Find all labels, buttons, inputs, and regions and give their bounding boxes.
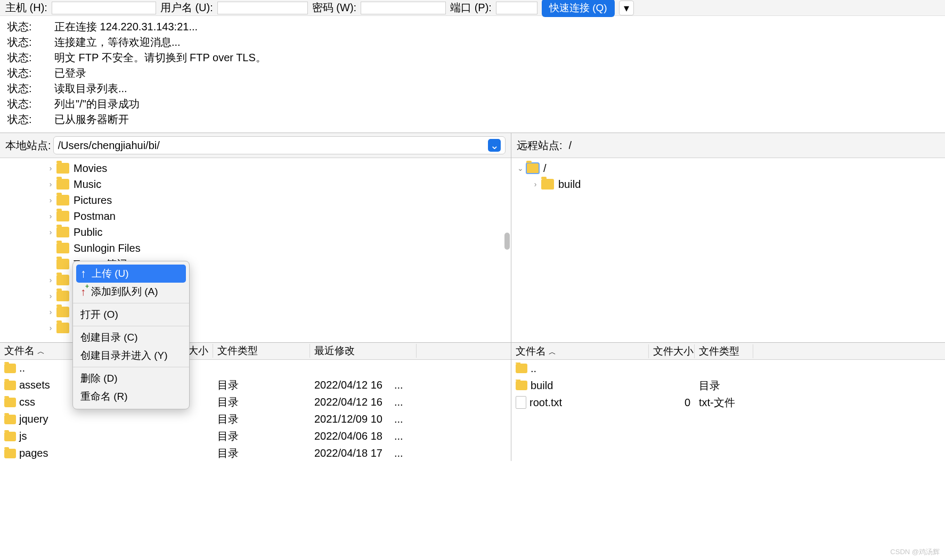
folder-icon xyxy=(56,211,69,221)
remote-pane: 远程站点: ⌄/›build xyxy=(511,133,945,342)
expander-icon[interactable]: › xyxy=(47,164,54,172)
file-name: root.txt xyxy=(529,397,562,409)
file-modified: 2021/12/09 10 xyxy=(310,413,390,425)
menu-label: 添加到队列 (A) xyxy=(91,285,158,299)
file-more: ... xyxy=(390,413,406,425)
scrollbar-thumb[interactable] xyxy=(504,233,510,250)
menu-upload[interactable]: ↑ 上传 (U) xyxy=(76,265,186,283)
list-item[interactable]: pages目录2022/04/18 17... xyxy=(0,445,511,461)
folder-icon xyxy=(4,381,16,390)
expander-icon[interactable]: › xyxy=(47,308,54,316)
menu-label: 创建目录 (C) xyxy=(80,331,138,344)
folder-icon xyxy=(56,275,69,285)
expander-icon[interactable]: › xyxy=(532,180,539,188)
menu-add-queue[interactable]: ↑ 添加到队列 (A) xyxy=(73,283,189,301)
quick-connect-button[interactable]: 快速连接 (Q) xyxy=(542,0,615,17)
folder-icon xyxy=(56,227,69,237)
chevron-down-icon[interactable]: ⌄ xyxy=(488,139,501,152)
folder-icon xyxy=(4,398,16,407)
expander-icon[interactable]: › xyxy=(47,276,54,284)
tree-item[interactable]: ⌄/ xyxy=(511,160,945,176)
tree-item[interactable]: Sunlogin Files xyxy=(0,240,511,256)
watermark: CSDN @鸡汤辉 xyxy=(890,547,940,557)
tree-item[interactable]: ›Music xyxy=(0,176,511,192)
remote-tree[interactable]: ⌄/›build xyxy=(511,158,945,342)
folder-icon xyxy=(56,179,69,190)
expander-icon[interactable]: › xyxy=(47,180,54,188)
user-input[interactable] xyxy=(217,2,308,14)
folder-icon xyxy=(541,179,554,190)
file-modified: 2022/04/06 18 xyxy=(310,430,390,442)
folder-icon xyxy=(516,381,527,390)
remote-file-list: 文件名 ︿ 文件大小 文件类型 ..build目录root.txt0txt-文件 xyxy=(511,343,945,461)
menu-label: 删除 (D) xyxy=(80,372,118,385)
file-type: 目录 xyxy=(213,412,310,426)
log-label: 状态: xyxy=(7,96,54,112)
col-modified[interactable]: 最近修改 xyxy=(310,344,417,358)
file-name: build xyxy=(531,380,553,392)
local-path-combo[interactable]: ⌄ xyxy=(53,136,506,154)
remote-list-header[interactable]: 文件名 ︿ 文件大小 文件类型 xyxy=(511,343,945,360)
log-label: 状态: xyxy=(7,35,54,50)
local-path-bar: 本地站点: ⌄ xyxy=(0,133,511,158)
menu-label: 打开 (O) xyxy=(80,308,118,322)
remote-path-input[interactable] xyxy=(569,139,935,152)
list-item[interactable]: build目录 xyxy=(511,377,945,394)
list-item[interactable]: js目录2022/04/06 18... xyxy=(0,428,511,445)
file-type: 目录 xyxy=(213,378,310,392)
expander-icon[interactable]: › xyxy=(47,324,54,332)
menu-open[interactable]: 打开 (O) xyxy=(73,306,189,324)
col-filename[interactable]: 文件名 ︿ xyxy=(511,344,649,358)
folder-icon xyxy=(4,364,16,373)
folder-icon xyxy=(4,415,16,424)
menu-rename[interactable]: 重命名 (R) xyxy=(73,388,189,406)
expander-icon[interactable]: ⌄ xyxy=(517,164,524,172)
tree-item[interactable]: ›Pictures xyxy=(0,192,511,208)
menu-mkdir-enter[interactable]: 创建目录并进入 (Y) xyxy=(73,347,189,365)
file-size: 0 xyxy=(649,397,695,409)
col-size[interactable]: 文件大小 xyxy=(649,344,695,358)
port-label: 端口 (P): xyxy=(450,1,492,15)
menu-mkdir[interactable]: 创建目录 (C) xyxy=(73,328,189,347)
expander-icon[interactable]: › xyxy=(47,212,54,220)
chevron-down-icon: ▾ xyxy=(624,2,629,14)
tree-item[interactable]: ›Public xyxy=(0,224,511,240)
host-label: 主机 (H): xyxy=(5,1,47,15)
tree-item[interactable]: ›build xyxy=(511,176,945,192)
list-item[interactable]: jquery目录2021/12/09 10... xyxy=(0,411,511,428)
menu-delete[interactable]: 删除 (D) xyxy=(73,369,189,388)
file-more: ... xyxy=(390,379,406,391)
menu-label: 重命名 (R) xyxy=(80,390,128,403)
remote-list-body[interactable]: ..build目录root.txt0txt-文件 xyxy=(511,360,945,411)
remote-path-combo[interactable] xyxy=(565,136,940,154)
list-item[interactable]: root.txt0txt-文件 xyxy=(511,394,945,411)
folder-icon xyxy=(56,243,69,253)
password-input[interactable] xyxy=(361,2,446,14)
file-name: .. xyxy=(19,362,25,374)
folder-icon xyxy=(56,307,69,317)
expander-icon[interactable]: › xyxy=(47,292,54,300)
folder-icon xyxy=(56,291,69,301)
log-message: 已从服务器断开 xyxy=(54,112,129,127)
host-input[interactable] xyxy=(52,2,156,14)
local-path-input[interactable] xyxy=(58,139,488,152)
file-type: 目录 xyxy=(213,429,310,443)
file-type: 目录 xyxy=(213,395,310,409)
port-input[interactable] xyxy=(496,2,537,14)
tree-item[interactable]: ›Movies xyxy=(0,160,511,176)
file-name: css xyxy=(19,396,35,408)
col-type[interactable]: 文件类型 xyxy=(213,344,310,358)
col-type[interactable]: 文件类型 xyxy=(695,344,753,358)
tree-item-label: / xyxy=(543,162,547,175)
log-label: 状态: xyxy=(7,112,54,127)
connect-history-dropdown[interactable]: ▾ xyxy=(619,1,634,15)
file-name: assets xyxy=(19,379,50,391)
tree-item-label: Sunlogin Files xyxy=(74,242,141,254)
folder-icon xyxy=(56,259,69,269)
tree-item-label: build xyxy=(558,178,581,191)
expander-icon[interactable]: › xyxy=(47,228,54,236)
tree-item[interactable]: ›Postman xyxy=(0,208,511,224)
list-item[interactable]: .. xyxy=(511,360,945,377)
expander-icon[interactable]: › xyxy=(47,196,54,204)
add-queue-icon: ↑ xyxy=(80,286,86,298)
